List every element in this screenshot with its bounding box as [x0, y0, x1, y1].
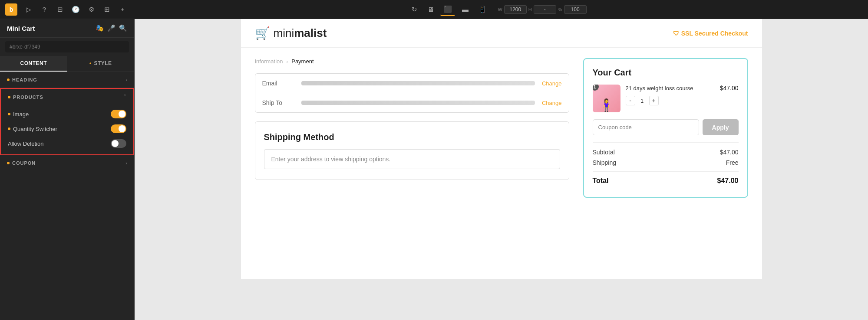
refresh-icon[interactable]: ↻	[408, 3, 420, 16]
dimensions: W H %	[498, 5, 586, 14]
help-icon[interactable]: ?	[38, 3, 50, 16]
image-label: Image	[8, 111, 29, 118]
coupon-row: Apply	[593, 119, 739, 135]
info-box: Email Change Ship To Change	[255, 73, 569, 113]
coupon-input[interactable]	[593, 119, 699, 135]
breadcrumb-payment[interactable]: Payment	[291, 58, 314, 65]
width-label: W	[498, 7, 502, 12]
app-logo[interactable]: b	[5, 3, 17, 16]
checkout-form: Information › Payment Email Change Ship …	[255, 58, 569, 198]
desktop-square-view-btn[interactable]: ⬛	[440, 3, 455, 16]
sidebar-emoji-icon[interactable]: 🎭	[96, 24, 104, 32]
layers-icon[interactable]: ⊟	[54, 3, 66, 16]
history-icon[interactable]: 🕐	[69, 3, 82, 16]
ship-to-label: Ship To	[262, 99, 301, 106]
shipping-method-section: Shipping Method Enter your address to vi…	[255, 121, 569, 180]
preview-header: 🛒 minimalist 🛡 SSL Secured Checkout	[241, 19, 762, 48]
total-label: Total	[593, 177, 609, 185]
cart-logo-icon: 🛒	[255, 26, 270, 40]
products-section-title: PRODUCTS	[8, 95, 43, 100]
top-toolbar: b ▷ ? ⊟ 🕐 ⚙ ⊞ + ↻ 🖥 ⬛ ▬ 📱 W H %	[0, 0, 868, 19]
qty-value: 1	[639, 98, 646, 104]
coupon-section: COUPON ›	[0, 155, 134, 171]
element-id-field[interactable]	[5, 41, 129, 52]
ssl-badge: 🛡 SSL Secured Checkout	[673, 30, 748, 37]
total-value: $47.00	[717, 177, 739, 185]
email-label: Email	[262, 80, 301, 87]
coupon-dot	[7, 162, 10, 164]
heading-section: HEADING ›	[0, 72, 134, 88]
allow-deletion-label: Allow Deletion	[8, 140, 43, 147]
view-controls: ↻ 🖥 ⬛ ▬ 📱 W H %	[132, 3, 863, 16]
subtotal-value: $47.00	[720, 149, 739, 156]
cart-sidebar: Your Cart 🧍‍♀️ 1 21 days weight loss cou…	[583, 58, 748, 198]
del-toggle-knob	[112, 140, 119, 147]
products-section: PRODUCTS ˅ Image	[0, 88, 134, 155]
image-toggle-knob	[119, 111, 125, 118]
shield-icon: 🛡	[673, 30, 679, 37]
shipping-label: Shipping	[593, 159, 617, 166]
heading-section-header[interactable]: HEADING ›	[0, 72, 134, 88]
heading-dot	[7, 78, 10, 81]
mobile-view-btn[interactable]: 📱	[475, 3, 490, 16]
products-section-content: Image Quantity Switcher	[1, 105, 133, 154]
ship-to-value	[301, 101, 535, 105]
zoom-input[interactable]	[564, 5, 587, 14]
add-icon[interactable]: +	[116, 3, 129, 16]
subtotal-label: Subtotal	[593, 149, 615, 156]
qty-dot	[8, 127, 10, 130]
settings-icon[interactable]: ⚙	[85, 3, 97, 16]
coupon-section-header[interactable]: COUPON ›	[0, 155, 134, 171]
zoom-label: %	[558, 7, 562, 12]
height-input[interactable]	[534, 5, 556, 14]
breadcrumb-information[interactable]: Information	[255, 58, 283, 65]
tab-style[interactable]: • STYLE	[67, 56, 135, 72]
width-input[interactable]	[504, 5, 527, 14]
cart-item: 🧍‍♀️ 1 21 days weight loss course - 1 +	[593, 85, 739, 112]
tab-content[interactable]: CONTENT	[0, 56, 67, 72]
grand-total-row: Total $47.00	[593, 171, 739, 185]
image-toggle[interactable]	[111, 110, 126, 118]
grid-icon[interactable]: ⊞	[101, 3, 113, 16]
cart-item-qty: - 1 +	[626, 96, 715, 105]
cart-box: Your Cart 🧍‍♀️ 1 21 days weight loss cou…	[583, 58, 748, 198]
allow-deletion-toggle[interactable]	[111, 139, 126, 148]
email-change-btn[interactable]: Change	[542, 80, 562, 87]
subtotal-row: Subtotal $47.00	[593, 149, 739, 156]
pointer-icon[interactable]: ▷	[23, 3, 35, 16]
cart-item-price: $47.00	[720, 85, 739, 91]
sidebar-search-icon[interactable]: 🔍	[119, 24, 127, 32]
cart-item-info: 21 days weight loss course - 1 +	[626, 85, 715, 105]
qty-plus-btn[interactable]: +	[649, 96, 659, 105]
ship-to-change-btn[interactable]: Change	[542, 100, 562, 106]
main-area: Mini Cart 🎭 🎤 🔍 CONTENT • STYLE HEADI	[0, 19, 868, 320]
preview-content: Information › Payment Email Change Ship …	[241, 48, 762, 208]
height-label: H	[528, 7, 532, 12]
shipping-hint: Enter your address to view shipping opti…	[264, 149, 560, 169]
sidebar-title: Mini Cart	[7, 25, 35, 32]
cart-item-image: 🧍‍♀️ 1	[593, 85, 620, 112]
shipping-method-title: Shipping Method	[264, 132, 560, 142]
allow-deletion-row: Allow Deletion	[1, 136, 133, 151]
heading-arrow-icon: ›	[125, 77, 127, 82]
landscape-view-btn[interactable]: ▬	[458, 3, 472, 16]
shipping-value: Free	[726, 159, 739, 166]
ship-to-row: Ship To Change	[255, 93, 569, 112]
image-row: Image	[1, 107, 133, 121]
sidebar-mic-icon[interactable]: 🎤	[107, 24, 116, 32]
desktop-view-btn[interactable]: 🖥	[423, 3, 438, 16]
products-section-header[interactable]: PRODUCTS ˅	[1, 89, 133, 105]
coupon-arrow-icon: ›	[125, 160, 127, 166]
apply-button[interactable]: Apply	[703, 119, 739, 135]
image-dot	[8, 113, 10, 115]
qty-minus-btn[interactable]: -	[626, 96, 635, 105]
shipping-row: Shipping Free	[593, 159, 739, 166]
preview-page: 🛒 minimalist 🛡 SSL Secured Checkout Info…	[241, 19, 762, 279]
quantity-switcher-toggle[interactable]	[111, 124, 126, 133]
cart-totals: Subtotal $47.00 Shipping Free Total $47.…	[593, 142, 739, 185]
logo-text: minimalist	[274, 26, 327, 40]
heading-section-title: HEADING	[7, 77, 37, 82]
quantity-switcher-label: Quantity Switcher	[8, 126, 57, 132]
email-value	[301, 81, 535, 85]
style-dot: •	[89, 60, 92, 66]
